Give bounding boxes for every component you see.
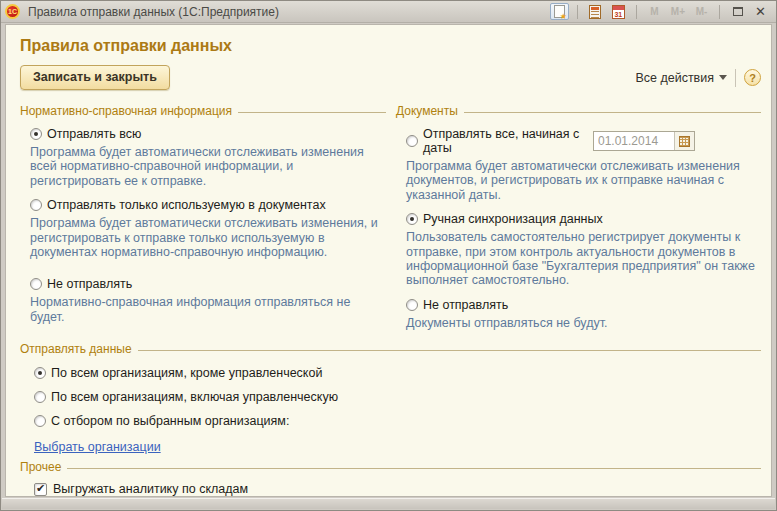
window-title: Правила отправки данных (1С:Предприятие)	[28, 5, 550, 19]
favorites-star-icon	[554, 5, 565, 18]
memory-m-button: M	[645, 3, 664, 20]
radio-option-all-orgs-incl-mgmt[interactable]: По всем организациям, включая управленче…	[34, 390, 761, 404]
close-icon: ✕	[755, 5, 766, 18]
group-nsi: Нормативно-справочная информация Отправл…	[20, 98, 386, 340]
radio-option-no-send-docs[interactable]: Не отправлять	[406, 298, 761, 312]
window-bottom-border	[2, 498, 775, 509]
form-content: Правила отправки данных Записать и закры…	[5, 24, 772, 497]
radio-button[interactable]	[34, 391, 46, 403]
radio-option-selected-orgs[interactable]: С отбором по выбранным организациям:	[34, 414, 761, 428]
group-other: Прочее Выгружать аналитику по складам i …	[20, 460, 761, 497]
checkbox-option-warehouse-analytics[interactable]: Выгружать аналитику по складам	[34, 482, 761, 496]
maximize-button[interactable]	[728, 3, 747, 20]
option-description: Программа будет автоматически отслеживат…	[406, 159, 761, 202]
radio-button[interactable]	[30, 128, 42, 140]
radio-button[interactable]	[30, 199, 42, 211]
start-date-input[interactable]	[594, 132, 674, 150]
checkbox-label: Выгружать аналитику по складам	[53, 482, 248, 496]
radio-option-send-used-nsi[interactable]: Отправлять только используемую в докумен…	[30, 198, 386, 212]
radio-label: Ручная синхронизация данных	[423, 212, 603, 226]
checkbox[interactable]	[34, 483, 47, 496]
calculator-icon	[589, 5, 601, 19]
radio-label: По всем организациям, кроме управленческ…	[51, 366, 322, 380]
titlebar: 1С Правила отправки данных (1С:Предприят…	[1, 1, 776, 23]
close-button[interactable]: ✕	[751, 3, 770, 20]
chevron-down-icon	[719, 75, 727, 80]
all-actions-menu[interactable]: Все действия	[635, 71, 727, 85]
calendar-button[interactable]: 31	[609, 3, 628, 20]
radio-button[interactable]	[406, 213, 418, 225]
group-rule	[464, 112, 761, 113]
calculator-button[interactable]	[586, 3, 605, 20]
date-picker-button[interactable]	[674, 132, 694, 150]
radio-button[interactable]	[34, 367, 46, 379]
1c-logo-icon: 1С	[5, 4, 20, 19]
option-description: Документы отправляться не будут.	[406, 316, 761, 330]
group-rule	[138, 350, 761, 351]
radio-label: Отправлять всю	[47, 127, 141, 141]
memory-mplus-button: M+	[668, 3, 688, 20]
radio-button[interactable]	[34, 415, 46, 427]
option-description: Пользователь самостоятельно регистрирует…	[406, 230, 761, 288]
help-button[interactable]: ?	[744, 69, 761, 86]
select-organizations-link[interactable]: Выбрать организации	[34, 440, 161, 454]
radio-label: Отправлять все, начиная с даты	[423, 127, 593, 155]
titlebar-separator	[719, 5, 720, 19]
calendar-grid-icon	[679, 136, 690, 147]
radio-label: Не отправлять	[423, 298, 508, 312]
save-and-close-button[interactable]: Записать и закрыть	[20, 65, 170, 90]
all-actions-label: Все действия	[635, 71, 714, 85]
group-rule	[67, 468, 761, 469]
group-send-data-title: Отправлять данные	[20, 342, 132, 356]
group-rule	[238, 112, 386, 113]
radio-label: По всем организациям, включая управленче…	[51, 390, 338, 404]
radio-button[interactable]	[406, 135, 418, 147]
radio-label: С отбором по выбранным организациям:	[51, 414, 289, 428]
group-nsi-title: Нормативно-справочная информация	[20, 104, 232, 118]
radio-option-all-orgs-except-mgmt[interactable]: По всем организациям, кроме управленческ…	[34, 366, 761, 380]
option-description: Нормативно-справочная информация отправл…	[30, 295, 382, 324]
titlebar-separator	[577, 5, 578, 19]
favorites-button[interactable]	[550, 3, 569, 20]
app-window: 1С Правила отправки данных (1С:Предприят…	[0, 0, 777, 511]
radio-button[interactable]	[406, 299, 418, 311]
radio-option-send-from-date[interactable]: Отправлять все, начиная с даты	[406, 127, 761, 155]
group-documents-title: Документы	[396, 104, 458, 118]
titlebar-separator	[636, 5, 637, 19]
calendar-icon: 31	[612, 5, 625, 19]
option-description: Программа будет автоматически отслеживат…	[30, 216, 382, 259]
radio-option-no-send-nsi[interactable]: Не отправлять	[30, 277, 386, 291]
option-description: Программа будет автоматически отслеживат…	[30, 145, 382, 188]
radio-label: Отправлять только используемую в докумен…	[47, 198, 326, 212]
group-send-data: Отправлять данные По всем организациям, …	[20, 342, 761, 456]
memory-mminus-button: M-	[692, 3, 711, 20]
group-documents: Документы Отправлять все, начиная с даты…	[396, 98, 761, 340]
toolbar-separator	[735, 69, 736, 87]
radio-button[interactable]	[30, 278, 42, 290]
maximize-icon	[733, 7, 743, 16]
toolbar: Записать и закрыть Все действия ?	[20, 65, 761, 90]
radio-option-send-all-nsi[interactable]: Отправлять всю	[30, 127, 386, 141]
date-field	[593, 131, 695, 151]
page-title: Правила отправки данных	[20, 37, 761, 55]
radio-label: Не отправлять	[47, 277, 132, 291]
radio-option-manual-sync[interactable]: Ручная синхронизация данных	[406, 212, 761, 226]
group-other-title: Прочее	[20, 460, 61, 474]
